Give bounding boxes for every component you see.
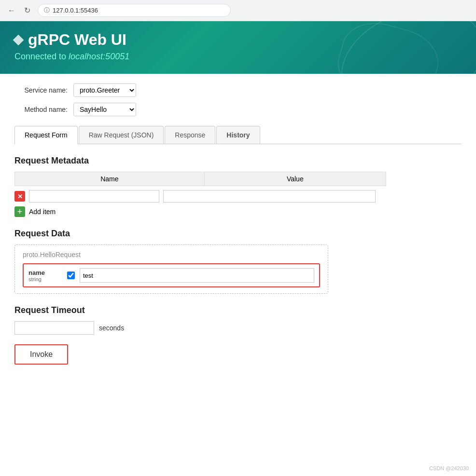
request-data-heading: Request Data — [14, 229, 462, 239]
info-icon: ⓘ — [44, 6, 50, 14]
tab-response[interactable]: Response — [165, 126, 215, 144]
app-title: gRPC Web UI — [14, 31, 462, 49]
name-col-header: Name — [15, 172, 205, 186]
invoke-button[interactable]: Invoke — [14, 344, 68, 365]
metadata-table: Name Value — [14, 172, 386, 186]
main-content: Service name: proto.Greeter Method name:… — [0, 74, 476, 374]
app-subtitle: Connected to localhost:50051 — [14, 52, 462, 62]
service-name-label: Service name: — [14, 86, 68, 94]
method-name-label: Method name: — [14, 106, 68, 113]
method-name-row: Method name: SayHello — [14, 103, 462, 116]
nav-buttons: ← ↻ — [6, 5, 33, 16]
tab-raw-request[interactable]: Raw Request (JSON) — [79, 126, 164, 144]
add-item-row: + Add item — [14, 206, 462, 217]
request-data-container: proto.HelloRequest name string — [14, 245, 328, 294]
tab-history[interactable]: History — [216, 126, 260, 144]
service-name-select[interactable]: proto.Greeter — [73, 83, 136, 97]
proto-type-label: proto.HelloRequest — [23, 251, 320, 258]
address-bar[interactable]: ⓘ 127.0.0.1:55436 — [38, 4, 231, 17]
method-name-select[interactable]: SayHello — [73, 103, 136, 116]
field-checkbox[interactable] — [67, 272, 75, 279]
reload-button[interactable]: ↻ — [21, 5, 33, 16]
metadata-value-input[interactable] — [163, 190, 376, 203]
request-field-item: name string — [23, 263, 320, 287]
request-timeout-heading: Request Timeout — [14, 305, 462, 315]
app-header: gRPC Web UI Connected to localhost:50051 — [0, 21, 476, 74]
tab-request-form[interactable]: Request Form — [14, 126, 78, 144]
add-item-label: Add item — [29, 208, 56, 216]
delete-metadata-button[interactable]: ✕ — [14, 191, 25, 202]
metadata-name-input[interactable] — [29, 190, 159, 203]
field-type: string — [28, 276, 62, 282]
diamond-icon — [13, 34, 24, 45]
field-name: name — [28, 269, 62, 276]
add-item-button[interactable]: + — [14, 206, 25, 217]
seconds-label: seconds — [99, 324, 124, 332]
timeout-row: seconds — [14, 321, 462, 335]
timeout-input[interactable] — [14, 321, 94, 335]
field-value-input[interactable] — [80, 268, 314, 283]
url-display: 127.0.0.1:55436 — [53, 7, 98, 14]
back-button[interactable]: ← — [6, 5, 17, 16]
browser-chrome: ← ↻ ⓘ 127.0.0.1:55436 — [0, 0, 476, 21]
service-name-row: Service name: proto.Greeter — [14, 83, 462, 97]
metadata-row: ✕ — [14, 190, 462, 203]
field-name-block: name string — [28, 269, 62, 282]
value-col-header: Value — [204, 172, 386, 186]
metadata-heading: Request Metadata — [14, 156, 462, 166]
tabs-container: Request Form Raw Request (JSON) Response… — [14, 126, 462, 144]
